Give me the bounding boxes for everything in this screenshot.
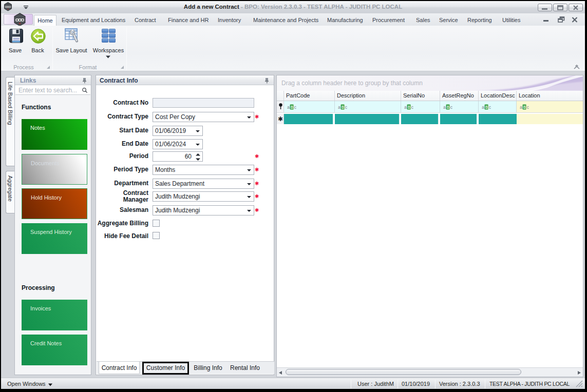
svg-text:B: B [342, 105, 344, 110]
svg-text:a: a [404, 105, 407, 110]
svg-text:c: c [294, 105, 296, 110]
svg-text:B: B [523, 105, 526, 110]
svg-text:c: c [526, 105, 529, 110]
svg-text:B: B [291, 105, 293, 110]
svg-text:B: B [485, 105, 488, 110]
svg-text:a: a [443, 105, 446, 110]
svg-text:c: c [345, 105, 347, 110]
svg-text:c: c [488, 105, 491, 110]
svg-text:c: c [450, 105, 452, 110]
svg-text:a: a [520, 105, 522, 110]
svg-text:a: a [482, 105, 484, 110]
svg-text:c: c [411, 105, 413, 110]
svg-text:B: B [447, 105, 449, 110]
svg-text:a: a [287, 105, 290, 110]
svg-text:a: a [338, 105, 340, 110]
svg-text:B: B [408, 105, 410, 110]
